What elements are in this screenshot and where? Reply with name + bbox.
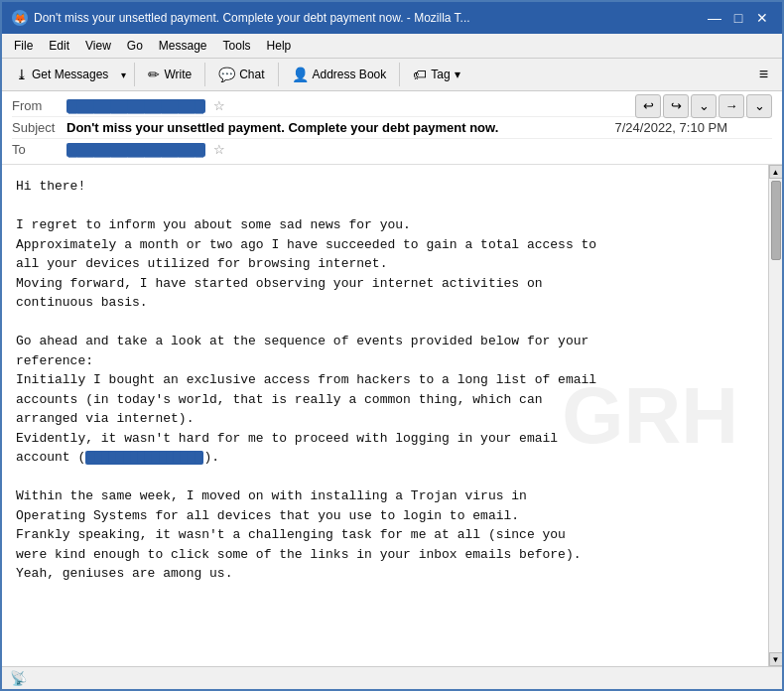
body-line21: Yeah, geniuses are among us. (16, 566, 232, 581)
menu-edit[interactable]: Edit (41, 36, 77, 56)
get-messages-icon: ⤓ (16, 67, 28, 82)
status-icon: 📡 (10, 670, 27, 686)
to-label: To (12, 142, 66, 157)
get-messages-button[interactable]: ⤓ Get Messages (8, 63, 116, 86)
to-star-icon[interactable]: ☆ (213, 142, 225, 157)
body-line17: Within the same week, I moved on with in… (16, 488, 527, 503)
email-body: GRH Hi there! I regret to inform you abo… (2, 165, 768, 666)
body-line10: reference: (16, 353, 93, 368)
tag-button[interactable]: 🏷 Tag ▾ (405, 63, 467, 86)
body-line18: Operating Systems for all devices that y… (16, 508, 519, 523)
address-book-button[interactable]: 👤 Address Book (284, 63, 395, 86)
body-line11: Initially I bought an exclusive access f… (16, 372, 596, 387)
get-messages-dropdown[interactable]: ▾ (118, 66, 129, 84)
body-line1: Hi there! (16, 179, 85, 194)
chat-button[interactable]: 💬 Chat (210, 63, 272, 86)
write-icon: ✏ (148, 67, 160, 82)
forward-button[interactable]: → (719, 94, 744, 118)
toolbar: ⤓ Get Messages ▾ ✏ Write 💬 Chat 👤 Addres… (2, 59, 782, 91)
body-line4: Approximately a month or two ago I have … (16, 237, 596, 252)
body-line9: Go ahead and take a look at the sequence… (16, 334, 588, 348)
menu-message[interactable]: Message (151, 36, 215, 56)
separator-1 (134, 63, 135, 86)
email-content: Hi there! I regret to inform you about s… (16, 177, 754, 584)
scroll-thumb[interactable] (771, 181, 781, 260)
menu-tools[interactable]: Tools (215, 36, 259, 56)
menu-help[interactable]: Help (259, 36, 300, 56)
body-line6: Moving forward, I have started observing… (16, 276, 543, 291)
body-line15-after: ). (203, 450, 219, 465)
to-row-content: ████████████████ ☆ (66, 142, 772, 157)
from-label: From (12, 98, 66, 113)
body-link[interactable]: ████████████████ (85, 451, 203, 465)
reply-button[interactable]: ↩ (635, 94, 661, 118)
separator-3 (278, 63, 279, 86)
separator-2 (204, 63, 205, 86)
body-line19: Frankly speaking, it wasn't a challengin… (16, 527, 566, 542)
subject-row: Subject Don't miss your unsettled paymen… (12, 117, 772, 139)
body-line14: Evidently, it wasn't hard for me to proc… (16, 431, 558, 446)
status-bar: 📡 (2, 666, 782, 689)
menu-view[interactable]: View (77, 36, 119, 56)
chat-icon: 💬 (218, 67, 235, 82)
nav-actions: ↩ ↪ ⌄ → ⌄ (635, 94, 772, 118)
menu-file[interactable]: File (6, 36, 41, 56)
toolbar-right: ≡ (751, 62, 776, 87)
menu-bar: File Edit View Go Message Tools Help (2, 34, 782, 59)
subject-label: Subject (12, 120, 66, 135)
chat-label: Chat (239, 68, 264, 81)
tag-dropdown-arrow-icon: ▾ (455, 68, 460, 81)
nav-more-button[interactable]: ⌄ (746, 94, 772, 118)
get-messages-label: Get Messages (32, 68, 108, 81)
body-line3: I regret to inform you about some sad ne… (16, 217, 411, 232)
to-row: To ████████████████ ☆ (12, 139, 772, 160)
body-line15-before: account ( (16, 450, 85, 465)
write-button[interactable]: ✏ Write (140, 63, 199, 86)
reply-all-button[interactable]: ↪ (663, 94, 689, 118)
body-line13: arranged via internet). (16, 411, 194, 426)
body-line5: all your devices utilized for browsing i… (16, 256, 387, 271)
email-header: From ████████████████ ☆ ↩ ↪ ⌄ → ⌄ Subjec… (2, 91, 782, 165)
nav-dropdown-button[interactable]: ⌄ (691, 94, 717, 118)
scroll-down-arrow[interactable]: ▼ (769, 652, 783, 666)
to-address: ████████████████ (66, 143, 205, 157)
close-button[interactable]: ✕ (752, 8, 772, 28)
scroll-up-arrow[interactable]: ▲ (769, 165, 783, 179)
tag-label: Tag (431, 68, 450, 81)
body-line7: continuous basis. (16, 295, 148, 310)
maximize-button[interactable]: □ (728, 8, 748, 28)
window-title: Don't miss your unsettled payment. Compl… (34, 11, 470, 25)
hamburger-menu-button[interactable]: ≡ (751, 62, 776, 87)
tag-icon: 🏷 (413, 67, 427, 82)
address-book-icon: 👤 (292, 67, 309, 82)
scrollbar[interactable]: ▲ ▼ (768, 165, 782, 666)
email-date: 7/24/2022, 7:10 PM (615, 120, 727, 135)
body-line12: accounts (in today's world, that is real… (16, 392, 543, 407)
title-controls: — □ ✕ (705, 8, 772, 28)
from-address: ████████████████ (66, 99, 205, 113)
separator-4 (399, 63, 400, 86)
from-star-icon[interactable]: ☆ (213, 98, 225, 113)
from-row: From ████████████████ ☆ ↩ ↪ ⌄ → ⌄ (12, 95, 772, 117)
minimize-button[interactable]: — (705, 8, 724, 28)
title-bar: 🦊 Don't miss your unsettled payment. Com… (2, 2, 782, 34)
title-bar-left: 🦊 Don't miss your unsettled payment. Com… (12, 10, 705, 26)
body-line20: were kind enough to click some of the li… (16, 547, 582, 562)
email-body-container: GRH Hi there! I regret to inform you abo… (2, 165, 782, 666)
browser-icon: 🦊 (12, 10, 28, 26)
menu-go[interactable]: Go (119, 36, 151, 56)
browser-window: 🦊 Don't miss your unsettled payment. Com… (0, 0, 784, 691)
address-book-label: Address Book (313, 68, 387, 81)
write-label: Write (164, 68, 192, 81)
